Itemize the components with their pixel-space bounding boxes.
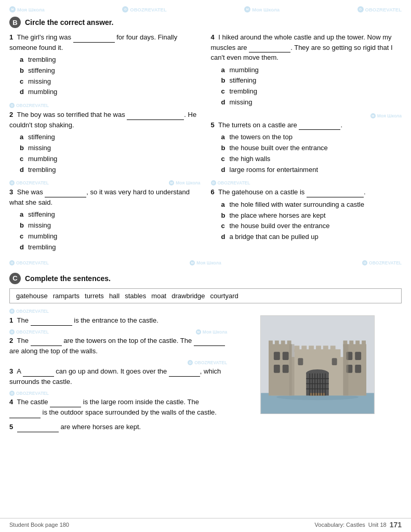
q2-opt-d: dtrembling [20,165,201,176]
cq2: 2 The are the towers on the top of the c… [9,336,227,356]
cq1-blank [31,318,72,326]
q6-opt-d: da bridge that can be pulled up [221,232,402,243]
footer: Student Book page 180 Vocabulary: Castle… [0,518,411,529]
svg-rect-20 [330,345,336,352]
wm-mid-2a: О OBOZREVATEL [9,180,49,185]
word-moat: moat [151,292,166,300]
question-2: 2 The boy was so terrified that he was .… [9,110,201,175]
cq1: 1 The is the entrance to the castle. [9,315,227,326]
q2-opt-c: cmumbling [20,154,201,165]
q2-blank [127,113,184,120]
q2-opt-a: astiffening [20,132,201,143]
watermark-top-right-oboz: О OBOZREVATEL [357,6,402,12]
svg-rect-17 [309,345,314,352]
top-watermarks: М Моя Школа О OBOZREVATEL М Моя Школа О … [9,5,402,14]
q4-opt-d: dmissing [221,97,402,108]
cq3-blank2 [169,369,200,377]
cq1-number: 1 [9,316,13,324]
cq4-number: 4 [9,398,13,406]
q2-options: astiffening bmissing cmumbling dtremblin… [20,132,201,175]
q1-opt-b: bstiffening [20,65,201,76]
wm-c-row4: О OBOZREVATEL [9,391,227,396]
wm-c-2b: М Моя Школа [196,329,227,335]
svg-rect-30 [355,365,361,373]
question-5: 5 The turrets on a castle are . athe tow… [211,120,402,176]
word-drawbridge: drawbridge [171,292,205,300]
svg-rect-31 [298,358,303,365]
q3-number: 3 [9,188,13,196]
wm-circle: М [9,6,16,12]
q3-opt-b: bmissing [20,220,201,231]
question-4: 4 I hiked around the whole castle and up… [211,32,402,108]
castle-image [260,315,375,414]
q6-blank [307,190,364,197]
svg-rect-7 [281,340,285,347]
wm-c-row1: О OBOZREVATEL [9,309,402,314]
cq3-number: 3 [9,367,13,375]
cq3: 3 A can go up and down. It goes over the… [9,366,227,387]
q6-opt-c: cthe house build over the entrance [221,221,402,232]
vocab-label: Vocabulary: Castles [315,522,365,528]
q1-blank [73,35,115,43]
q4-opt-b: bstiffening [221,75,402,86]
watermark-top-right-moy: М Моя Школа [244,6,280,12]
q1-opt-d: dmumbling [20,87,201,98]
wm-between-1: О OBOZREVATEL [9,260,49,265]
q5-number: 5 [211,121,215,129]
cq5-blank [17,425,59,432]
svg-rect-12 [355,340,360,347]
section-c-questions: 1 The is the entrance to the castle. О O… [9,315,402,436]
section-b-badge: B [9,17,21,28]
q1-opt-c: cmissing [20,76,201,87]
word-gatehouse: gatehouse [16,292,48,300]
footer-left-text: Student Book page 180 [9,522,69,528]
q4-blank [249,45,290,52]
q5-opt-c: cthe high walls [221,154,402,165]
page-number: 171 [390,521,402,529]
unit-label: Unit 18 [368,522,387,528]
q2-text: 2 The boy was so terrified that he was .… [9,110,201,130]
svg-rect-24 [283,352,289,360]
wm-c-1: О OBOZREVATEL [9,309,49,314]
wm-c-4: О OBOZREVATEL [9,391,49,396]
cq2-blank1 [31,339,62,346]
q2-number: 2 [9,111,13,118]
q6-options: athe hole filled with water surrounding … [221,200,402,243]
q6-opt-a: athe hole filled with water surrounding … [221,200,402,210]
svg-rect-6 [275,340,279,347]
svg-rect-16 [301,345,307,352]
section-b-header: B Circle the correct answer. [9,17,402,28]
wm-between-3: О OBOZREVATEL [362,260,402,265]
section-b-content: 1 The girl's ring was for four days. Fin… [9,32,402,258]
svg-rect-45 [343,344,349,395]
q4-options: amumbling bstiffening ctrembling dmissin… [221,65,402,108]
cq5-number: 5 [9,423,13,431]
wm-row-2: О OBOZREVATEL М Моя Школа [9,180,201,185]
q6-opt-b: bthe place where horses are kept [221,210,402,221]
cq4-blank1 [50,400,81,407]
wm-circle2: О [122,6,128,12]
svg-rect-44 [289,344,295,395]
question-3: 3 She was , so it was very hard to under… [9,187,201,252]
wm-row-1: О OBOZREVATEL [9,103,201,108]
q4-number: 4 [211,33,215,41]
q5-opt-a: athe towers on the top [221,132,402,143]
word-ramparts: ramparts [53,292,79,300]
q4-text: 4 I hiked around the whole castle and up… [211,32,402,63]
castle-image-container [233,315,402,436]
svg-rect-23 [274,352,280,360]
wm-mid-1: О OBOZREVATEL [9,103,49,108]
svg-rect-13 [362,340,366,347]
watermark-top-left-moy: М Моя Школа [9,6,45,12]
castle-svg [261,316,374,414]
wm-circle4: О [357,6,364,12]
q6-number: 6 [211,188,215,196]
section-c-badge: C [9,273,21,284]
q3-opt-d: dtrembling [20,242,201,253]
word-hall: hall [109,292,120,300]
svg-rect-32 [332,358,337,365]
wm-between-sections: О OBOZREVATEL М Моя Школа О OBOZREVATEL [9,260,402,265]
q5-opt-b: bthe house built over the entrance [221,143,402,154]
q5-blank [299,123,340,130]
word-stables: stables [125,292,146,300]
